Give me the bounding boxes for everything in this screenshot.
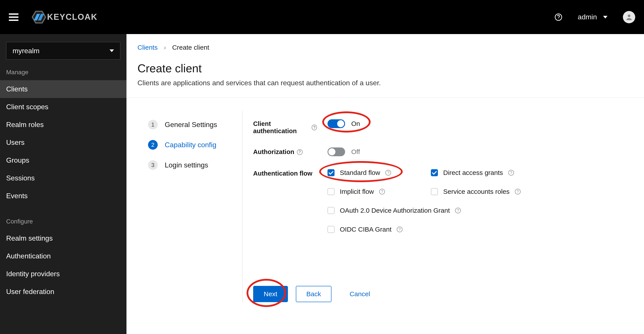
- keycloak-hex-icon: [32, 11, 46, 23]
- sidebar-section-configure: Configure: [0, 218, 126, 225]
- flow-option-svc-acct: Service accounts roles?: [431, 188, 532, 195]
- sidebar-item-sessions[interactable]: Sessions: [0, 169, 126, 187]
- help-icon[interactable]: ?: [515, 189, 520, 194]
- step-label: Login settings: [165, 161, 208, 169]
- help-icon[interactable]: ?: [397, 227, 402, 232]
- flow-option-direct: Direct access grants?: [431, 169, 532, 176]
- flow-checkbox-svc-acct[interactable]: [431, 188, 438, 195]
- help-icon[interactable]: ?: [385, 170, 391, 176]
- help-icon[interactable]: ?: [312, 125, 317, 130]
- sidebar-item-identity-providers[interactable]: Identity providers: [0, 265, 126, 283]
- authorization-label: Authorization ?: [253, 147, 317, 156]
- step-number: 3: [148, 160, 158, 170]
- flow-label: OAuth 2.0 Device Authorization Grant: [340, 207, 450, 214]
- brand-text: KEYCLOAK: [47, 12, 98, 22]
- sidebar-item-user-federation[interactable]: User federation: [0, 283, 126, 301]
- wizard-steps: 1General Settings2Capability config3Logi…: [138, 111, 242, 302]
- flow-label: OIDC CIBA Grant: [340, 226, 392, 233]
- flow-option-oauth-dev: OAuth 2.0 Device Authorization Grant?: [328, 207, 532, 214]
- sidebar-item-clients[interactable]: Clients: [0, 80, 126, 98]
- wizard-step-3[interactable]: 3Login settings: [148, 160, 226, 170]
- breadcrumb-current: Create client: [172, 44, 209, 51]
- flow-label: Direct access grants: [443, 169, 503, 176]
- breadcrumb: Clients › Create client: [138, 44, 633, 51]
- main-content: Clients › Create client Create client Cl…: [126, 34, 644, 334]
- brand-logo[interactable]: KEYCLOAK: [32, 11, 98, 23]
- sidebar-item-realm-roles[interactable]: Realm roles: [0, 116, 126, 134]
- user-name: admin: [578, 13, 597, 21]
- sidebar-item-realm-settings[interactable]: Realm settings: [0, 229, 126, 247]
- flow-label: Implicit flow: [340, 188, 374, 195]
- flow-checkbox-direct[interactable]: [431, 169, 438, 176]
- flow-checkbox-implicit[interactable]: [328, 188, 334, 195]
- chevron-right-icon: ›: [164, 44, 166, 51]
- wizard-form: Client authentication ? On: [242, 111, 633, 302]
- flow-option-implicit: Implicit flow?: [328, 188, 429, 195]
- authorization-status: Off: [351, 148, 360, 156]
- flow-checkbox-oauth-dev[interactable]: [328, 207, 334, 214]
- sidebar-item-client-scopes[interactable]: Client scopes: [0, 98, 126, 116]
- sidebar-section-manage: Manage: [0, 69, 126, 76]
- caret-down-icon: [110, 49, 114, 52]
- sidebar-item-groups[interactable]: Groups: [0, 151, 126, 169]
- help-icon[interactable]: ?: [379, 189, 385, 194]
- caret-down-icon: [603, 16, 608, 18]
- sidebar-item-users[interactable]: Users: [0, 134, 126, 151]
- svg-point-6: [628, 14, 630, 17]
- step-label: General Settings: [165, 121, 217, 129]
- next-button[interactable]: Next: [253, 286, 288, 302]
- sidebar-item-events[interactable]: Events: [0, 187, 126, 205]
- help-icon[interactable]: ?: [508, 170, 514, 176]
- step-label: Capability config: [165, 141, 216, 149]
- flow-label: Service accounts roles: [443, 188, 510, 195]
- breadcrumb-parent[interactable]: Clients: [138, 44, 158, 51]
- step-number: 2: [148, 140, 158, 150]
- help-icon[interactable]: ?: [297, 149, 303, 155]
- flow-checkbox-standard[interactable]: [328, 169, 334, 176]
- authorization-toggle[interactable]: [328, 147, 345, 156]
- client-auth-toggle[interactable]: [328, 119, 345, 128]
- hamburger-menu-icon[interactable]: [9, 13, 18, 21]
- realm-selector[interactable]: myrealm: [6, 42, 120, 59]
- cancel-button[interactable]: Cancel: [340, 286, 380, 302]
- help-icon[interactable]: ?: [455, 208, 461, 213]
- avatar[interactable]: [623, 11, 635, 23]
- help-icon[interactable]: [554, 13, 562, 21]
- page-description: Clients are applications and services th…: [138, 79, 633, 87]
- flow-option-standard: Standard flow?: [328, 169, 429, 176]
- wizard-step-2[interactable]: 2Capability config: [148, 140, 226, 150]
- page-title: Create client: [138, 62, 633, 75]
- client-auth-status: On: [351, 120, 360, 127]
- flow-checkbox-oidc-ciba[interactable]: [328, 226, 334, 233]
- realm-name: myrealm: [12, 47, 40, 55]
- sidebar-item-authentication[interactable]: Authentication: [0, 247, 126, 265]
- user-menu[interactable]: admin: [578, 13, 608, 21]
- wizard-step-1[interactable]: 1General Settings: [148, 120, 226, 129]
- sidebar: myrealm Manage ClientsClient scopesRealm…: [0, 34, 126, 334]
- app-header: KEYCLOAK admin: [0, 0, 644, 34]
- flow-option-oidc-ciba: OIDC CIBA Grant?: [328, 226, 532, 233]
- flow-label: Standard flow: [340, 169, 380, 176]
- step-number: 1: [148, 120, 158, 129]
- back-button[interactable]: Back: [296, 286, 332, 302]
- svg-point-5: [558, 18, 559, 19]
- auth-flow-label: Authentication flow: [253, 169, 317, 177]
- client-auth-label: Client authentication ?: [253, 119, 317, 135]
